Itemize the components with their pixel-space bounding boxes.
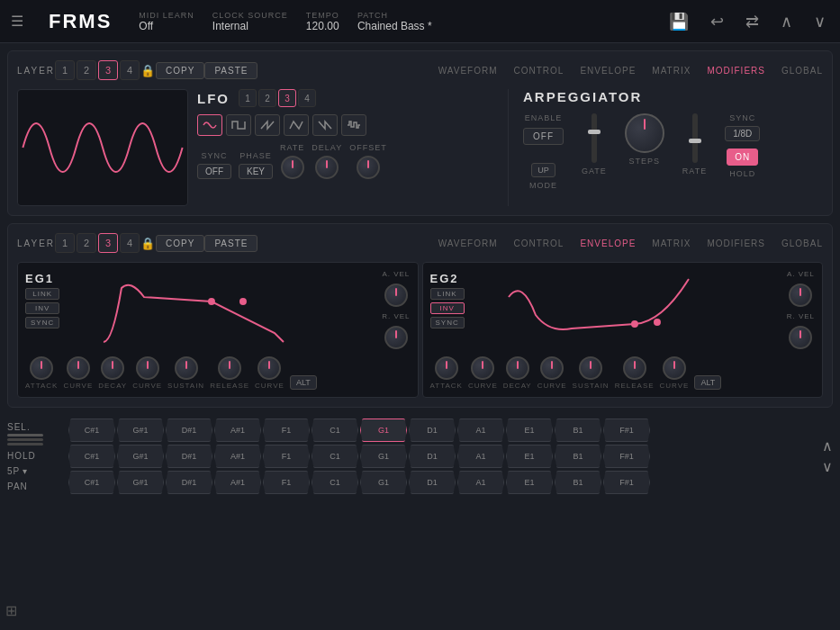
key-F1-row2[interactable]: F1 [263,445,310,468]
menu-icon[interactable]: ☰ [11,13,23,30]
key-G#1-row2[interactable]: G#1 [117,445,164,468]
eg1-decay-knob[interactable] [101,356,124,380]
lfo-phase-value[interactable]: KEY [239,164,273,179]
key-D1-row2[interactable]: D1 [409,445,456,468]
lfo-num-1[interactable]: 1 [239,89,257,107]
arp-gate-slider[interactable] [592,113,597,163]
arp-sync-value[interactable]: 1/8D [725,126,760,141]
eg2-curve3-knob[interactable] [663,356,686,380]
arp-up-button[interactable]: UP [531,163,555,177]
key-F#1-row3[interactable]: F#1 [603,471,650,494]
eg2-sync-button[interactable]: SYNC [430,317,465,328]
key-A1-row3[interactable]: A1 [457,471,504,494]
eg1-sync-button[interactable]: SYNC [25,317,59,328]
eg1-link-button[interactable]: LINK [25,288,59,300]
key-A1-row1[interactable]: A1 [457,418,504,442]
save-button[interactable]: 💾 [665,8,692,35]
key-D#1-row2[interactable]: D#1 [166,445,212,468]
tab-modifiers-2[interactable]: MODIFIERS [707,238,765,248]
key-E1-row2[interactable]: E1 [506,445,553,468]
tab-matrix-1[interactable]: MATRIX [652,66,691,76]
lfo-wave-sine[interactable] [197,114,222,136]
key-F1-row3[interactable]: F1 [263,471,310,494]
eg1-attack-knob[interactable] [30,356,53,380]
key-G1-row2[interactable]: G1 [360,445,407,468]
key-G1-row3[interactable]: G1 [360,471,407,494]
panel1-paste-button[interactable]: PASTE [204,62,257,79]
tab-envelope-2[interactable]: ENVELOPE [580,238,636,248]
tab-control-1[interactable]: CONTROL [514,66,565,76]
keyboard-up-button[interactable]: ∧ [822,437,833,454]
eg2-avel-knob[interactable] [789,284,812,307]
key-D#1-row3[interactable]: D#1 [166,471,212,494]
panel2-copy-button[interactable]: COPY [156,235,204,252]
key-C1-row3[interactable]: C1 [312,471,358,494]
side-panel-icon[interactable]: ⊞ [5,602,17,619]
eg1-avel-knob[interactable] [384,284,408,307]
eg2-curve1-knob[interactable] [471,356,494,380]
key-D1-row1[interactable]: D1 [409,418,456,442]
panel1-layer-1[interactable]: 1 [55,60,75,80]
eg1-curve1-knob[interactable] [67,356,90,380]
lfo-wave-square[interactable] [226,114,251,136]
lfo-offset-knob[interactable] [357,156,380,179]
key-D#1-row1[interactable]: D#1 [166,418,212,442]
key-G#1-row3[interactable]: G#1 [117,471,164,494]
eg2-attack-knob[interactable] [435,356,458,380]
fivep-chevron[interactable]: ▾ [23,466,27,476]
key-C#1-row2[interactable]: C#1 [68,445,115,468]
key-B1-row2[interactable]: B1 [555,445,601,468]
panel2-layer-3[interactable]: 3 [98,233,118,253]
lfo-wave-ramp[interactable] [312,114,338,136]
panel2-layer-2[interactable]: 2 [77,233,96,253]
key-C#1-row3[interactable]: C#1 [68,471,115,494]
lfo-num-3[interactable]: 3 [278,89,296,107]
key-B1-row1[interactable]: B1 [555,418,601,442]
eg1-alt-button[interactable]: ALT [290,375,317,390]
key-F#1-row2[interactable]: F#1 [603,445,650,468]
tab-waveform-2[interactable]: WAVEFORM [438,238,498,248]
tab-control-2[interactable]: CONTROL [514,238,565,248]
key-C1-row1[interactable]: C1 [312,418,358,442]
key-A1-row2[interactable]: A1 [457,445,504,468]
key-G#1-row1[interactable]: G#1 [117,418,164,442]
lfo-delay-knob[interactable] [315,156,339,179]
eg1-rvel-knob[interactable] [384,326,408,349]
tab-matrix-2[interactable]: MATRIX [652,238,691,248]
lfo-wave-sh[interactable] [341,114,366,136]
tab-envelope-1[interactable]: ENVELOPE [580,66,636,76]
panel2-layer-1[interactable]: 1 [55,233,75,253]
key-E1-row3[interactable]: E1 [506,471,553,494]
tab-waveform-1[interactable]: WAVEFORM [438,66,498,76]
key-F#1-row1[interactable]: F#1 [603,418,650,442]
panel1-copy-button[interactable]: COPY [156,62,204,79]
lfo-num-4[interactable]: 4 [298,89,316,107]
key-D1-row3[interactable]: D1 [409,471,456,494]
key-B1-row3[interactable]: B1 [555,471,601,494]
arp-rate-slider[interactable] [692,113,698,163]
eg2-decay-knob[interactable] [506,356,529,380]
lfo-wave-tri[interactable] [284,114,309,136]
key-F1-row1[interactable]: F1 [263,418,310,442]
lfo-rate-knob[interactable] [281,156,304,179]
eg2-release-knob[interactable] [623,356,646,380]
shuffle-button[interactable]: ⇄ [742,8,763,35]
panel1-layer-4[interactable]: 4 [120,60,140,80]
lfo-wave-saw[interactable] [255,114,280,136]
key-C1-row2[interactable]: C1 [312,445,358,468]
prev-patch-button[interactable]: ∧ [777,8,796,35]
tab-global-2[interactable]: GLOBAL [781,238,823,248]
eg1-curve2-knob[interactable] [136,356,159,380]
arp-steps-knob[interactable] [625,113,664,153]
next-patch-button[interactable]: ∨ [810,8,829,35]
eg2-inv-button[interactable]: INV [430,302,465,314]
eg2-rvel-knob[interactable] [789,326,812,349]
eg1-release-knob[interactable] [218,356,241,380]
key-A#1-row2[interactable]: A#1 [214,445,261,468]
lfo-num-2[interactable]: 2 [258,89,276,107]
eg1-sustain-knob[interactable] [175,356,198,380]
eg2-curve2-knob[interactable] [540,356,564,380]
eg2-link-button[interactable]: LINK [430,288,465,300]
undo-button[interactable]: ↩ [707,8,727,35]
key-G1-row1[interactable]: G1 [360,418,407,442]
